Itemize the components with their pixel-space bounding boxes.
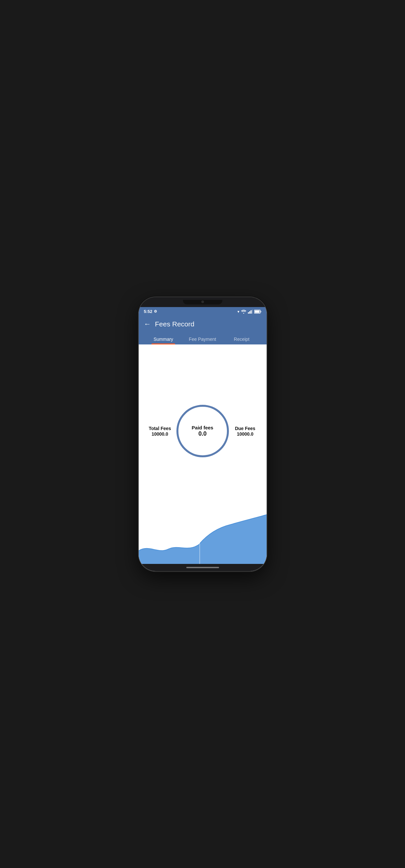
svg-point-0: [243, 313, 244, 314]
wave-svg: [139, 512, 267, 564]
chart-section: Total Fees 10000.0 Paid fees 0.0 Due Fee…: [139, 344, 267, 512]
total-fees-label: Total Fees: [147, 426, 173, 431]
tab-fee-payment[interactable]: Fee Payment: [183, 333, 222, 344]
signal-icon: [248, 310, 252, 314]
status-bar: 5:52 ⚙ ▾: [139, 307, 267, 316]
svg-rect-7: [254, 310, 259, 313]
app-bar: ← Fees Record Summary Fee Payment Receip…: [139, 316, 267, 344]
battery-icon: [254, 310, 261, 314]
due-fees-block: Due Fees 10000.0: [232, 426, 258, 437]
home-bar: [186, 567, 219, 568]
paid-fees-label: Paid fees: [192, 425, 214, 430]
camera-dot: [201, 301, 204, 303]
tabs-row: Summary Fee Payment Receipt: [144, 333, 261, 344]
page-title: Fees Record: [155, 320, 194, 328]
svg-rect-4: [252, 310, 252, 314]
status-icons: ▾: [238, 309, 261, 314]
fees-stats: Total Fees 10000.0 Paid fees 0.0 Due Fee…: [147, 405, 258, 457]
back-button[interactable]: ←: [144, 320, 151, 328]
time-display: 5:52: [144, 309, 153, 314]
wave-chart: [139, 512, 267, 564]
phone-screen: 5:52 ⚙ ▾: [139, 307, 267, 571]
notch: [183, 300, 222, 304]
svg-rect-6: [260, 311, 261, 312]
phone-notch-area: [139, 297, 267, 307]
due-fees-label: Due Fees: [232, 426, 258, 431]
home-indicator: [139, 564, 267, 571]
paid-fees-circle: Paid fees 0.0: [177, 405, 229, 457]
title-row: ← Fees Record: [144, 320, 261, 328]
tab-receipt[interactable]: Receipt: [222, 333, 261, 344]
total-fees-value: 10000.0: [147, 431, 173, 437]
total-fees-block: Total Fees 10000.0: [147, 426, 173, 437]
content-area: Total Fees 10000.0 Paid fees 0.0 Due Fee…: [139, 344, 267, 564]
wifi-full-icon: [241, 310, 246, 314]
due-fees-value: 10000.0: [232, 431, 258, 437]
svg-rect-1: [248, 312, 249, 314]
gear-icon: ⚙: [154, 309, 157, 314]
status-time-area: 5:52 ⚙: [144, 309, 157, 314]
svg-rect-2: [249, 311, 250, 314]
svg-rect-3: [251, 310, 252, 314]
paid-fees-value: 0.0: [198, 430, 207, 437]
tab-summary[interactable]: Summary: [144, 333, 183, 344]
wifi-icon: ▾: [238, 309, 239, 314]
